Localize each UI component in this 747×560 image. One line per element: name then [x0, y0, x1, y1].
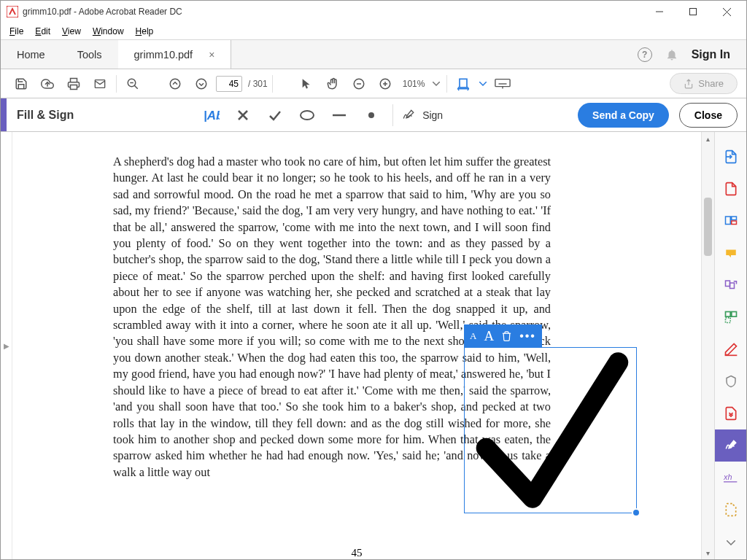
next-page-icon[interactable]	[190, 72, 213, 96]
selection-arrow-icon[interactable]	[295, 72, 318, 96]
create-pdf-tool-icon[interactable]	[715, 173, 747, 205]
print-icon[interactable]	[62, 72, 85, 96]
export-pdf-tool-icon[interactable]	[715, 141, 747, 173]
scroll-down-icon[interactable]: ▾	[702, 546, 714, 559]
resize-handle-icon[interactable]	[632, 508, 640, 517]
zoom-minus-icon[interactable]	[347, 72, 371, 96]
cloud-icon[interactable]	[36, 72, 59, 96]
redact-tool-icon[interactable]	[715, 333, 747, 365]
tabbar: Home Tools grimm10.pdf × ? Sign In	[1, 40, 746, 69]
menu-view[interactable]: View	[56, 24, 87, 39]
svg-point-32	[368, 112, 374, 118]
combine-tool-icon[interactable]	[715, 269, 747, 301]
keyboard-icon[interactable]	[491, 72, 514, 96]
svg-rect-17	[460, 79, 467, 88]
svg-point-10	[170, 79, 180, 89]
zoom-dropdown-icon[interactable]	[430, 72, 442, 96]
menu-file[interactable]: File	[4, 24, 29, 39]
svg-rect-38	[729, 283, 734, 289]
zoom-out-icon[interactable]	[121, 72, 144, 96]
hand-tool-icon[interactable]	[321, 72, 344, 96]
document-view[interactable]: A shepherd's dog had a master who took n…	[12, 132, 701, 559]
menu-window[interactable]: Window	[87, 24, 130, 39]
line-tool-icon[interactable]	[325, 101, 353, 129]
more-tools-icon[interactable]	[715, 494, 747, 526]
svg-point-30	[301, 111, 314, 120]
close-window-button[interactable]	[710, 1, 743, 23]
tab-document[interactable]: grimm10.pdf ×	[118, 40, 232, 69]
tools-sidebar: xh	[714, 132, 746, 559]
checkmark-tool-icon[interactable]	[261, 101, 289, 129]
sign-tool-label: Sign	[422, 109, 443, 121]
svg-text:xh: xh	[724, 472, 732, 481]
annotation-toolbar: A A •••	[464, 324, 542, 347]
x-mark-tool-icon[interactable]	[229, 101, 257, 129]
help-icon[interactable]: ?	[638, 47, 652, 62]
fillsign-tool-icon[interactable]	[715, 429, 747, 462]
circle-tool-icon[interactable]	[293, 101, 321, 129]
content-wrap: ▶ A shepherd's dog had a master who took…	[1, 132, 746, 559]
size-smaller-icon[interactable]: A	[470, 330, 476, 342]
organize-tool-icon[interactable]	[715, 301, 747, 333]
share-button[interactable]: Share	[670, 73, 738, 94]
maximize-button[interactable]	[676, 1, 710, 23]
vertical-scrollbar[interactable]: ▴ ▾	[701, 132, 714, 559]
fit-width-icon[interactable]	[452, 72, 475, 96]
sign-tool[interactable]: Sign	[400, 109, 443, 122]
prev-page-icon[interactable]	[163, 72, 187, 96]
svg-rect-35	[731, 217, 736, 220]
fit-dropdown-icon[interactable]	[478, 72, 488, 96]
checkmark-annotation[interactable]	[464, 347, 637, 513]
svg-rect-40	[731, 312, 736, 317]
menu-help[interactable]: Help	[130, 24, 160, 39]
save-icon[interactable]	[9, 72, 33, 96]
share-label: Share	[698, 78, 724, 89]
svg-rect-41	[725, 318, 730, 323]
more-options-icon[interactable]: •••	[519, 330, 536, 343]
svg-rect-39	[725, 312, 730, 317]
signature-tool-icon[interactable]: xh	[715, 462, 747, 494]
zoom-level-label[interactable]: 101%	[400, 79, 428, 89]
tab-home[interactable]: Home	[1, 40, 61, 69]
size-larger-icon[interactable]: A	[484, 328, 494, 344]
svg-rect-2	[690, 9, 697, 15]
titlebar: grimm10.pdf - Adobe Acrobat Reader DC	[1, 1, 746, 23]
main-toolbar: / 301 101% Share	[1, 69, 746, 98]
window-title: grimm10.pdf - Adobe Acrobat Reader DC	[23, 7, 182, 17]
svg-text:|Ab: |Ab	[204, 109, 220, 122]
page-number-input[interactable]	[216, 76, 242, 92]
tab-tools[interactable]: Tools	[61, 40, 118, 69]
svg-rect-34	[725, 217, 730, 225]
add-text-tool-icon[interactable]: |Ab	[197, 101, 225, 129]
collapse-panel-icon[interactable]	[715, 527, 747, 559]
dot-tool-icon[interactable]	[357, 101, 385, 129]
send-copy-button[interactable]: Send a Copy	[578, 103, 669, 128]
notifications-icon[interactable]	[665, 48, 678, 61]
menu-edit[interactable]: Edit	[29, 24, 56, 39]
svg-rect-37	[725, 281, 729, 287]
menubar: File Edit View Window Help	[1, 23, 746, 40]
fillsign-toolbar: Fill & Sign |Ab Sign Send a Copy Close	[1, 98, 746, 132]
scrollbar-thumb[interactable]	[704, 198, 712, 256]
page-total-label: / 301	[245, 79, 268, 89]
tab-document-label: grimm10.pdf	[134, 49, 193, 61]
mail-icon[interactable]	[88, 72, 112, 96]
signin-button[interactable]: Sign In	[692, 48, 730, 61]
zoom-plus-icon[interactable]	[374, 72, 397, 96]
fillsign-active-indicator	[1, 98, 7, 131]
svg-rect-5	[71, 85, 77, 89]
edit-pdf-tool-icon[interactable]	[715, 205, 747, 237]
tab-close-button[interactable]: ×	[209, 49, 214, 61]
scroll-up-icon[interactable]: ▴	[702, 132, 714, 145]
delete-annotation-icon[interactable]	[501, 330, 512, 342]
close-button[interactable]: Close	[679, 103, 738, 128]
left-pane-toggle[interactable]: ▶	[1, 132, 12, 559]
minimize-button[interactable]	[643, 1, 676, 23]
svg-rect-36	[731, 221, 736, 225]
compress-tool-icon[interactable]	[715, 397, 747, 429]
svg-point-11	[196, 79, 206, 89]
acrobat-icon	[7, 6, 18, 18]
protect-tool-icon[interactable]	[715, 365, 747, 397]
svg-line-8	[134, 85, 138, 89]
comment-tool-icon[interactable]	[715, 237, 747, 269]
